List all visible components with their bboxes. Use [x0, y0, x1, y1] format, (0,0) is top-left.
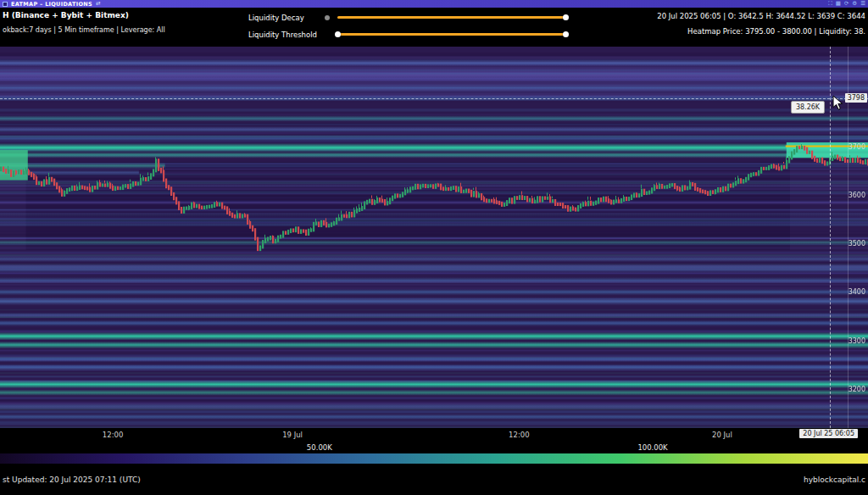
header-left: H (Binance + Bybit + Bitmex) okback:7 da…: [3, 11, 165, 34]
price-tick-label: 3200: [849, 386, 865, 393]
liquidation-heatmap-app: EATMAP – LIQUIDATIONS ⇄ ⛶ ▦ ⟳ ⚙ ☰ H (Bin…: [0, 0, 868, 495]
chart-toggle-icon[interactable]: ⇄: [96, 1, 100, 7]
mouse-cursor: [832, 95, 843, 114]
price-tick-label: 3700: [849, 142, 865, 150]
time-axis[interactable]: 20 Jul 25 06:05 12:0019 Jul12:0020 Jul: [0, 428, 868, 442]
heatmap-readout: Heatmap Price: 3795.00 - 3800.00 | Liqui…: [657, 27, 865, 36]
app-icon: [3, 2, 8, 7]
chart-header: H (Binance + Bybit + Bitmex) okback:7 da…: [0, 8, 868, 47]
window-title: EATMAP – LIQUIDATIONS: [11, 1, 92, 8]
colorbar-scale-labels: 50.00K100.00K: [0, 442, 868, 453]
liquidity-threshold-label: Liquidity Threshold: [248, 31, 325, 39]
chart-area: 370036003500340033003200 3798 38.26K: [0, 47, 868, 428]
time-tick-label: 12:00: [103, 431, 124, 439]
ohlc-readout: 20 Jul 2025 06:05 | O: 3642.5 H: 3644.52…: [657, 12, 865, 20]
settings-icon[interactable]: ⚙: [852, 1, 857, 7]
crosshair-price-label: 3798: [845, 93, 867, 103]
price-tick-label: 3600: [849, 191, 865, 198]
header-right: 20 Jul 2025 06:05 | O: 3642.5 H: 3644.52…: [657, 12, 865, 36]
watermark-label: hyblockcapital.c: [804, 476, 865, 484]
liquidation-heatmap-canvas[interactable]: [0, 47, 868, 428]
liquidity-tooltip: 38.26K: [791, 101, 825, 114]
liquidity-decay-label: Liquidity Decay: [248, 14, 325, 22]
colorbar-scale-value: 100.00K: [637, 443, 667, 452]
liquidity-threshold-knob-max[interactable]: [563, 31, 569, 37]
time-tick-label: 20 Jul: [712, 431, 732, 439]
liquidity-decay-slider-row: Liquidity Decay: [248, 12, 566, 23]
statusbar: st Updated: 20 Jul 2025 07:11 (UTC) hybl…: [0, 464, 868, 495]
liquidity-threshold-knob-min[interactable]: [335, 31, 341, 37]
liquidity-threshold-track[interactable]: [337, 33, 566, 36]
header-sliders: Liquidity Decay Liquidity Threshold: [248, 12, 566, 46]
time-tick-label: 19 Jul: [282, 431, 303, 439]
liquidity-threshold-slider-row: Liquidity Threshold: [248, 29, 566, 40]
refresh-icon[interactable]: ⟳: [844, 1, 849, 7]
menu-icon[interactable]: ☰: [860, 1, 865, 7]
price-tick-label: 3400: [849, 288, 865, 296]
expand-icon[interactable]: ⛶: [828, 1, 832, 7]
crosshair-vertical: [830, 47, 831, 428]
crosshair-time-label: 20 Jul 25 06:05: [799, 429, 858, 438]
price-tick-label: 3300: [849, 336, 865, 344]
liquidity-decay-track[interactable]: [337, 16, 566, 19]
price-axis[interactable]: 370036003500340033003200: [846, 47, 868, 428]
layout-icon[interactable]: ▦: [836, 1, 841, 7]
chart-settings-label: okback:7 days | 5 Min timeframe | Levera…: [3, 26, 165, 34]
titlebar: EATMAP – LIQUIDATIONS ⇄ ⛶ ▦ ⟳ ⚙ ☰: [0, 0, 868, 8]
last-updated-label: st Updated: 20 Jul 2025 07:11 (UTC): [3, 476, 141, 484]
slider-reset-dot[interactable]: [325, 15, 330, 20]
symbol-label: H (Binance + Bybit + Bitmex): [3, 11, 165, 19]
price-tick-label: 3500: [849, 240, 865, 248]
colorbar-gradient: [0, 453, 868, 464]
time-tick-label: 12:00: [509, 431, 530, 439]
crosshair-horizontal: [0, 98, 868, 99]
liquidity-decay-knob[interactable]: [563, 14, 569, 20]
colorbar-scale-value: 50.00K: [307, 443, 332, 452]
